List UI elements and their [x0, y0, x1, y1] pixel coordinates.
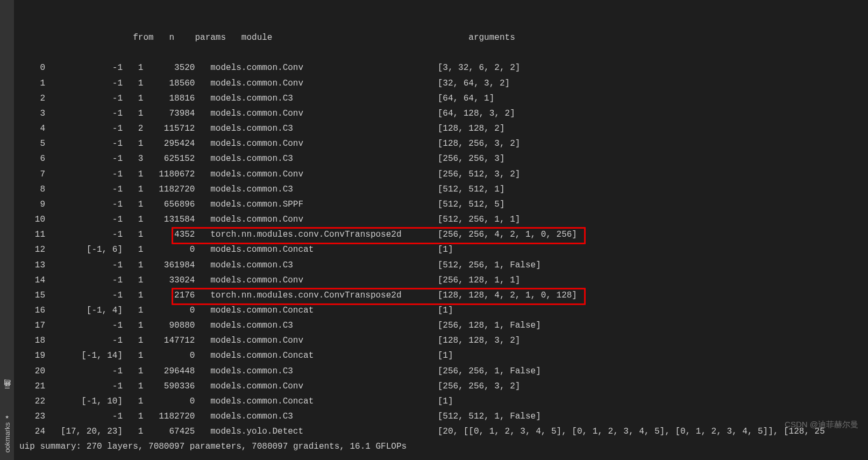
cell-args: [512, 512, 1] — [438, 182, 505, 197]
cell-from: [-1, 14] — [45, 348, 123, 363]
cell-from: -1 — [45, 167, 123, 182]
cell-args: [256, 256, 3, 2] — [438, 379, 521, 394]
table-row: 15-112176torch.nn.modules.conv.ConvTrans… — [19, 288, 868, 303]
cell-n: 1 — [123, 76, 143, 91]
cell-params: 18816 — [143, 91, 195, 106]
cell-n: 1 — [123, 364, 143, 379]
cell-module: models.common.SPPF — [195, 197, 437, 212]
cell-from: -1 — [45, 333, 123, 348]
cell-params: 0 — [143, 303, 195, 318]
cell-params: 147712 — [143, 333, 195, 348]
table-row: 23-111182720models.common.C3[512, 512, 1… — [19, 409, 868, 424]
cell-args: [256, 128, 1, False] — [438, 318, 541, 333]
cell-params: 90880 — [143, 318, 195, 333]
cell-from: -1 — [45, 106, 123, 121]
cell-args: [512, 512, 5] — [438, 197, 505, 212]
cell-args: [512, 256, 1, 1] — [438, 212, 521, 227]
cell-args: [512, 512, 1, False] — [438, 409, 541, 424]
cell-module: models.common.C3 — [195, 409, 437, 424]
cell-params: 296448 — [143, 364, 195, 379]
cell-idx: 3 — [19, 106, 45, 121]
table-row: 22[-1, 10]10models.common.Concat[1] — [19, 394, 868, 409]
cell-idx: 4 — [19, 121, 45, 136]
cell-idx: 15 — [19, 288, 45, 303]
cell-args: [128, 128, 4, 2, 1, 0, 128] — [438, 288, 577, 303]
cell-module: models.common.Conv — [195, 379, 437, 394]
cell-n: 1 — [123, 409, 143, 424]
header-module: module — [226, 30, 468, 45]
cell-params: 625152 — [143, 151, 195, 166]
cell-from: -1 — [45, 409, 123, 424]
header-n: n — [154, 30, 174, 45]
table-row: 3-1173984models.common.Conv[64, 128, 3, … — [19, 106, 868, 121]
cell-idx: 7 — [19, 167, 45, 182]
cell-params: 73984 — [143, 106, 195, 121]
cell-args: [128, 256, 3, 2] — [438, 136, 521, 151]
cell-n: 1 — [123, 60, 143, 75]
table-row: 9-11656896models.common.SPPF[512, 512, 5… — [19, 197, 868, 212]
cell-idx: 17 — [19, 318, 45, 333]
summary-line: uip summary: 270 layers, 7080097 paramet… — [19, 439, 868, 454]
cell-module: models.common.Concat — [195, 394, 437, 409]
cell-params: 2176 — [143, 288, 195, 303]
cell-params: 0 — [143, 394, 195, 409]
cell-idx: 19 — [19, 348, 45, 363]
cell-idx: 1 — [19, 76, 45, 91]
cell-args: [64, 64, 1] — [438, 91, 495, 106]
cell-module: models.common.Concat — [195, 303, 437, 318]
table-row: 21-11590336models.common.Conv[256, 256, … — [19, 379, 868, 394]
cell-n: 1 — [123, 182, 143, 197]
cell-n: 1 — [123, 424, 143, 439]
cell-args: [256, 128, 1, 1] — [438, 273, 521, 288]
cell-idx: 2 — [19, 91, 45, 106]
cell-module: models.common.C3 — [195, 258, 437, 273]
cell-n: 1 — [123, 167, 143, 182]
cell-n: 1 — [123, 242, 143, 257]
cell-from: -1 — [45, 227, 123, 242]
cell-module: models.common.Concat — [195, 242, 437, 257]
cell-args: [32, 64, 3, 2] — [438, 76, 510, 91]
cell-from: -1 — [45, 273, 123, 288]
table-row: 6-13625152models.common.C3[256, 256, 3] — [19, 151, 868, 166]
cell-idx: 22 — [19, 394, 45, 409]
cell-module: models.common.Concat — [195, 348, 437, 363]
cell-n: 3 — [123, 151, 143, 166]
cell-params: 1180672 — [143, 167, 195, 182]
cell-n: 1 — [123, 348, 143, 363]
cell-args: [128, 128, 2] — [438, 121, 505, 136]
cell-from: -1 — [45, 91, 123, 106]
cell-params: 295424 — [143, 136, 195, 151]
structure-icon: ☰ — [4, 384, 10, 390]
sidebar-tool-bookmarks[interactable]: ★ ookmarks — [2, 414, 12, 452]
cell-from: -1 — [45, 60, 123, 75]
bookmark-icon: ★ — [5, 414, 9, 420]
cell-from: -1 — [45, 151, 123, 166]
cell-module: models.common.Conv — [195, 76, 437, 91]
cell-args: [128, 128, 3, 2] — [438, 333, 521, 348]
cell-module: torch.nn.modules.conv.ConvTranspose2d — [195, 227, 437, 242]
sidebar-tool-structure[interactable]: ☰ 结构 — [2, 384, 12, 392]
cell-params: 1182720 — [143, 182, 195, 197]
cell-module: models.yolo.Detect — [195, 424, 437, 439]
cell-from: -1 — [45, 212, 123, 227]
cell-args: [512, 256, 1, False] — [438, 258, 541, 273]
table-row: 18-11147712models.common.Conv[128, 128, … — [19, 333, 868, 348]
cell-module: models.common.Conv — [195, 106, 437, 121]
cell-from: -1 — [45, 136, 123, 151]
cell-module: models.common.Conv — [195, 167, 437, 182]
cell-idx: 14 — [19, 273, 45, 288]
cell-idx: 10 — [19, 212, 45, 227]
cell-from: [-1, 6] — [45, 242, 123, 257]
cell-params: 18560 — [143, 76, 195, 91]
table-row: 4-12115712models.common.C3[128, 128, 2] — [19, 121, 868, 136]
cell-idx: 24 — [19, 424, 45, 439]
cell-params: 3520 — [143, 60, 195, 75]
terminal-output[interactable]: fromnparamsmodulearguments 0-113520model… — [14, 0, 868, 460]
left-sidebar: ☰ 结构 ★ ookmarks — [0, 0, 14, 460]
table-row: 13-11361984models.common.C3[512, 256, 1,… — [19, 258, 868, 273]
cell-args: [256, 256, 1, False] — [438, 364, 541, 379]
cell-params: 361984 — [143, 258, 195, 273]
cell-idx: 20 — [19, 364, 45, 379]
table-row: 14-1133024models.common.Conv[256, 128, 1… — [19, 273, 868, 288]
cell-params: 1182720 — [143, 409, 195, 424]
